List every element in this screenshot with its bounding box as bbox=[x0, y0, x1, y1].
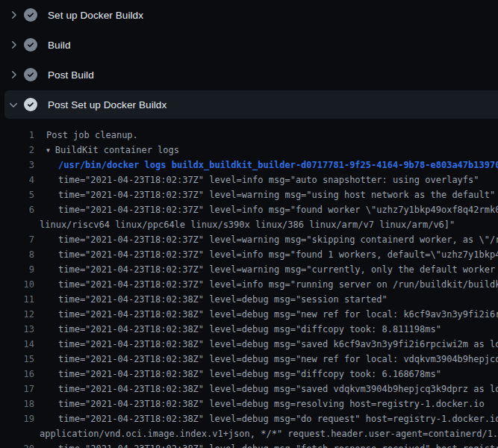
line-text: ▼time="2021-04-23T18:02:37Z" level=warni… bbox=[58, 262, 498, 277]
line-number[interactable]: 5 bbox=[0, 187, 34, 202]
chevron-down-icon[interactable] bbox=[7, 99, 19, 111]
log-line: 18 ▼time="2021-04-23T18:02:38Z" level=de… bbox=[0, 396, 498, 411]
line-number[interactable]: 19 bbox=[0, 411, 34, 426]
log-line: 19 ▼time="2021-04-23T18:02:38Z" level=de… bbox=[0, 411, 498, 426]
line-text: ▼time="2021-04-23T18:02:38Z" level=debug… bbox=[58, 337, 498, 352]
line-text: ▼time="2021-04-23T18:02:38Z" level=debug… bbox=[58, 352, 498, 367]
log-line: 9 ▼time="2021-04-23T18:02:37Z" level=war… bbox=[0, 262, 498, 277]
log-line: 1 ▼Post job cleanup. bbox=[0, 128, 498, 143]
line-text: ▼time="2021-04-23T18:02:38Z" level=debug… bbox=[58, 322, 441, 337]
line-number[interactable]: 10 bbox=[0, 277, 34, 292]
log-line: 14 ▼time="2021-04-23T18:02:38Z" level=de… bbox=[0, 337, 498, 352]
line-number[interactable]: 8 bbox=[0, 247, 34, 262]
line-number[interactable]: 3 bbox=[0, 158, 34, 172]
line-text: ▼time="2021-04-23T18:02:37Z" level=info … bbox=[58, 247, 498, 262]
line-number[interactable]: 2 bbox=[0, 143, 34, 158]
chevron-right-icon[interactable] bbox=[7, 39, 19, 51]
line-text: ▼time="2021-04-23T18:02:37Z" level=warni… bbox=[58, 187, 495, 202]
step-title: Build bbox=[48, 40, 71, 51]
line-number[interactable]: 16 bbox=[0, 367, 34, 382]
log-line: 17 ▼time="2021-04-23T18:02:38Z" level=de… bbox=[0, 382, 498, 396]
log-line: 10 ▼time="2021-04-23T18:02:37Z" level=in… bbox=[0, 277, 498, 292]
log-line: 5 ▼time="2021-04-23T18:02:37Z" level=war… bbox=[0, 187, 498, 202]
log-line: 6 ▼time="2021-04-23T18:02:37Z" level=inf… bbox=[0, 202, 498, 217]
line-number[interactable]: 18 bbox=[0, 396, 34, 411]
log-line: ▼linux/riscv64 linux/ppc64le linux/s390x… bbox=[0, 217, 498, 232]
line-text: ▼Post job cleanup. bbox=[46, 128, 138, 143]
line-number[interactable]: 9 bbox=[0, 262, 34, 277]
line-number[interactable]: 15 bbox=[0, 352, 34, 367]
chevron-right-icon[interactable] bbox=[7, 9, 19, 21]
line-number[interactable] bbox=[0, 426, 34, 441]
step-row-set-up-docker-buildx[interactable]: Set up Docker Buildx bbox=[0, 0, 498, 30]
log-line: 12 ▼time="2021-04-23T18:02:38Z" level=de… bbox=[0, 307, 498, 322]
log-line: 20 ▼time="2021-04-23T18:02:38Z" level=de… bbox=[0, 441, 498, 448]
line-text: ▼application/vnd.oci.image.index.v1+json… bbox=[40, 426, 498, 441]
log-line: 16 ▼time="2021-04-23T18:02:38Z" level=de… bbox=[0, 367, 498, 382]
line-text: ▼time="2021-04-23T18:02:37Z" level=info … bbox=[58, 202, 498, 217]
log-line: 13 ▼time="2021-04-23T18:02:38Z" level=de… bbox=[0, 322, 498, 337]
steps-list: Set up Docker Buildx Build P bbox=[0, 0, 498, 119]
check-circle-icon bbox=[24, 68, 37, 81]
line-number[interactable]: 7 bbox=[0, 232, 34, 247]
check-circle-icon bbox=[24, 8, 37, 22]
check-circle-icon bbox=[24, 38, 37, 52]
line-number[interactable]: 14 bbox=[0, 337, 34, 352]
line-number[interactable]: 17 bbox=[0, 382, 34, 396]
line-text: ▼time="2021-04-23T18:02:37Z" level=warni… bbox=[58, 232, 498, 247]
check-circle-icon bbox=[24, 98, 37, 111]
line-text: ▼time="2021-04-23T18:02:38Z" level=debug… bbox=[58, 396, 485, 411]
step-row-post-set-up-docker-buildx[interactable]: Post Set up Docker Buildx bbox=[4, 90, 498, 119]
line-text: ▼time="2021-04-23T18:02:38Z" level=debug… bbox=[58, 292, 387, 307]
log-line: 4 ▼time="2021-04-23T18:02:37Z" level=inf… bbox=[0, 172, 498, 187]
line-number[interactable]: 4 bbox=[0, 172, 34, 187]
line-text: ▼time="2021-04-23T18:02:38Z" level=debug… bbox=[58, 411, 498, 426]
log-line: 7 ▼time="2021-04-23T18:02:37Z" level=war… bbox=[0, 232, 498, 247]
line-text: ▼time="2021-04-23T18:02:38Z" level=debug… bbox=[58, 307, 498, 322]
line-number[interactable]: 1 bbox=[0, 128, 34, 143]
line-text: ▼time="2021-04-23T18:02:37Z" level=info … bbox=[58, 277, 498, 292]
line-text: ▼/usr/bin/docker logs buildx_buildkit_bu… bbox=[58, 158, 498, 172]
line-text: ▼time="2021-04-23T18:02:38Z" level=debug… bbox=[58, 367, 441, 382]
group-collapse-icon[interactable]: ▼ bbox=[46, 147, 50, 154]
chevron-right-icon[interactable] bbox=[7, 69, 19, 81]
step-title: Post Build bbox=[48, 69, 94, 81]
line-text: ▼time="2021-04-23T18:02:38Z" level=debug… bbox=[58, 382, 498, 396]
line-number[interactable]: 11 bbox=[0, 292, 34, 307]
line-number[interactable]: 20 bbox=[0, 441, 34, 448]
log-line: 15 ▼time="2021-04-23T18:02:38Z" level=de… bbox=[0, 352, 498, 367]
step-title: Post Set up Docker Buildx bbox=[48, 99, 166, 111]
line-text: ▼time="2021-04-23T18:02:38Z" level=debug… bbox=[58, 441, 498, 448]
line-number[interactable]: 6 bbox=[0, 202, 34, 217]
line-text: ▼linux/riscv64 linux/ppc64le linux/s390x… bbox=[40, 217, 455, 232]
step-row-build[interactable]: Build bbox=[0, 30, 498, 60]
workflow-log-panel: Set up Docker Buildx Build P bbox=[0, 0, 498, 448]
line-number[interactable]: 13 bbox=[0, 322, 34, 337]
line-text: ▼time="2021-04-23T18:02:37Z" level=info … bbox=[58, 172, 479, 187]
log-line: ▼application/vnd.oci.image.index.v1+json… bbox=[0, 426, 498, 441]
log-lines: 1 ▼Post job cleanup. 2 ▼BuildKit contain… bbox=[0, 119, 498, 448]
line-number[interactable]: 12 bbox=[0, 307, 34, 322]
step-title: Set up Docker Buildx bbox=[48, 10, 143, 21]
line-text: ▼BuildKit container logs bbox=[46, 143, 179, 158]
log-line: 3 ▼/usr/bin/docker logs buildx_buildkit_… bbox=[0, 158, 498, 172]
step-row-post-build[interactable]: Post Build bbox=[0, 60, 498, 90]
log-line: 11 ▼time="2021-04-23T18:02:38Z" level=de… bbox=[0, 292, 498, 307]
log-line: 8 ▼time="2021-04-23T18:02:37Z" level=inf… bbox=[0, 247, 498, 262]
log-line: 2 ▼BuildKit container logs bbox=[0, 143, 498, 158]
line-number[interactable] bbox=[0, 217, 34, 232]
